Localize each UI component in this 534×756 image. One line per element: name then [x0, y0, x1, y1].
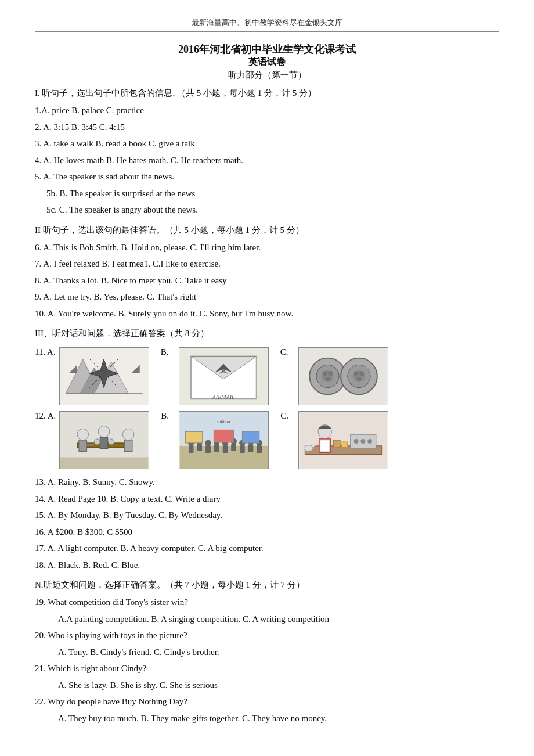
- svg-rect-49: [189, 446, 193, 453]
- q11-choice-a: 11. A.: [35, 347, 149, 405]
- svg-rect-36: [79, 440, 87, 452]
- part2-section: II 听句子，选出该句的最佳答语。（共 5 小题，每小题 1 分，计 5 分） …: [35, 222, 499, 322]
- q12-img-a: [59, 411, 149, 469]
- q12-label: 12. A.: [35, 411, 56, 421]
- q6: 6. A. This is Bob Smith. B. Hold on, ple…: [35, 240, 499, 255]
- svg-point-43: [109, 439, 114, 445]
- part4-header: N.听短文和问题，选择正确答案。（共 7 小题，每小题 1 分，计 7 分）: [35, 577, 499, 593]
- svg-rect-51: [197, 444, 202, 451]
- part2-header: II 听句子，选出该句的最佳答语。（共 5 小题，每小题 1 分，计 5 分）: [35, 222, 499, 238]
- q19-choices: A.A painting competition. B. A singing c…: [58, 612, 499, 627]
- q11-image-row: 11. A.: [35, 347, 499, 405]
- airmail-label: AIRMAIL: [212, 394, 235, 400]
- svg-rect-82: [342, 442, 348, 447]
- svg-rect-53: [206, 446, 211, 453]
- part1-section: I. 听句子，选出句子中所包含的信息. （共 5 小题，每小题 1 分，计 5 …: [35, 85, 499, 218]
- q12-choice-c: C.: [280, 411, 388, 469]
- q21-choices: A. She is lazy. B. She is shy. C. She is…: [58, 678, 499, 693]
- q19-question: 19. What competition did Tony's sister w…: [35, 595, 499, 610]
- section-title: 听力部分（第一节）: [35, 70, 499, 81]
- q20-block: 20. Who is playing with toys in the pict…: [35, 628, 499, 660]
- svg-rect-66: [186, 431, 203, 443]
- q20-question: 20. Who is playing with toys in the pict…: [35, 628, 499, 643]
- q11-b-label: B.: [161, 347, 175, 357]
- q1: 1.A. price B. palace C. practice: [35, 103, 499, 118]
- q14: 14. A. Read Page 10. B. Copy a text. C. …: [35, 492, 499, 507]
- q5b: 5b. B. The speaker is surprised at the n…: [46, 186, 499, 201]
- svg-point-31: [359, 371, 364, 376]
- svg-point-26: [325, 377, 330, 381]
- part1-header: I. 听句子，选出句子中所包含的信息. （共 5 小题，每小题 1 分，计 5 …: [35, 85, 499, 101]
- q22-choices: A. They buy too much. B. They make gifts…: [58, 711, 499, 726]
- q3: 3. A. take a walk B. read a book C. give…: [35, 136, 499, 152]
- q5c: 5c. C. The speaker is angry about the ne…: [46, 203, 499, 218]
- q19-block: 19. What competition did Tony's sister w…: [35, 595, 499, 627]
- svg-point-74: [361, 439, 366, 444]
- q11-choice-c: C.: [280, 347, 388, 405]
- q7: 7. A. I feel relaxed B. I eat mea1. C.I …: [35, 257, 499, 272]
- q13: 13. A. Rainy. B. Sunny. C. Snowy.: [35, 475, 499, 490]
- q16: 16. A $200. B $300. C $500: [35, 525, 499, 540]
- part3-header: III、听对话和问题，选择正确答案（共 8 分）: [35, 326, 499, 341]
- main-title: 2016年河北省初中毕业生学文化课考试: [35, 42, 499, 56]
- svg-point-73: [354, 439, 359, 444]
- q11-c-label: C.: [280, 347, 295, 357]
- q8: 8. A. Thanks a lot. B. Nice to meet you.…: [35, 273, 499, 289]
- q11-img-b: AIRMAIL: [179, 347, 269, 405]
- q11-img-a: [59, 347, 149, 405]
- svg-rect-61: [240, 446, 245, 453]
- svg-rect-41: [125, 440, 133, 452]
- part4-section: N.听短文和问题，选择正确答案。（共 7 小题，每小题 1 分，计 7 分） 1…: [35, 577, 499, 726]
- q11-img-c: [298, 347, 388, 405]
- q21-question: 21. Which is right about Cindy?: [35, 661, 499, 676]
- svg-rect-44: [60, 457, 149, 469]
- svg-point-75: [367, 439, 372, 444]
- svg-rect-65: [257, 446, 262, 453]
- svg-point-38: [98, 426, 110, 438]
- svg-rect-59: [232, 444, 236, 451]
- svg-rect-55: [215, 445, 219, 452]
- q18: 18. A. Black. B. Red. C. Blue.: [35, 558, 499, 573]
- q12-img-c: [298, 411, 388, 469]
- svg-point-25: [328, 371, 333, 376]
- q15: 15. A. By Monday. B. By Tuesday. C. By W…: [35, 508, 499, 523]
- svg-rect-78: [320, 440, 330, 452]
- q12-c-label: C.: [280, 411, 295, 421]
- q11-choice-b: B.: [161, 347, 269, 405]
- svg-point-35: [77, 429, 89, 440]
- svg-point-30: [353, 371, 358, 376]
- q10: 10. A. You're welcome. B. Surely you on …: [35, 307, 499, 322]
- top-bar-text: 最新海量高中、初中教学资料尽在金锄头文库: [192, 18, 342, 27]
- q12-img-b: outdoor: [179, 411, 269, 469]
- q20-choices: A. Tony. B. Cindy's friend. C. Cindy's b…: [58, 645, 499, 660]
- svg-rect-39: [100, 437, 108, 449]
- q22-question: 22. Why do people have Buy Nothing Day?: [35, 694, 499, 710]
- q2: 2. A. 3:15 B. 3:45 C. 4:15: [35, 120, 499, 135]
- svg-point-52: [205, 440, 211, 446]
- svg-point-24: [322, 371, 327, 376]
- part3-section: III、听对话和问题，选择正确答案（共 8 分） 11. A.: [35, 326, 499, 573]
- svg-rect-81: [334, 440, 341, 447]
- q11-label: 11. A.: [35, 347, 56, 357]
- q12-choice-a: 12. A.: [35, 411, 149, 469]
- svg-rect-67: [214, 430, 234, 442]
- q12-b-label: B.: [161, 411, 175, 421]
- q12-choice-b: B.: [161, 411, 269, 469]
- q17: 17. A. A light computer. B. A heavy comp…: [35, 541, 499, 556]
- q12-image-row: 12. A.: [35, 411, 499, 469]
- svg-rect-57: [223, 446, 228, 453]
- q9: 9. A. Let me try. B. Yes, please. C. Tha…: [35, 290, 499, 305]
- svg-rect-63: [248, 445, 253, 452]
- q22-block: 22. Why do people have Buy Nothing Day? …: [35, 694, 499, 726]
- q4: 4. A. He loves math B. He hates math. C.…: [35, 153, 499, 168]
- svg-point-40: [123, 429, 135, 440]
- svg-point-32: [356, 377, 361, 381]
- q5a: 5. A. The speaker is sad about the news.: [35, 170, 499, 185]
- svg-text:outdoor: outdoor: [217, 419, 231, 424]
- sub-title: 英语试卷: [35, 56, 499, 69]
- svg-point-80: [304, 445, 313, 451]
- top-bar: 最新海量高中、初中教学资料尽在金锄头文库: [35, 17, 499, 32]
- q21-block: 21. Which is right about Cindy? A. She i…: [35, 661, 499, 693]
- svg-point-42: [95, 439, 100, 445]
- svg-rect-68: [243, 431, 259, 443]
